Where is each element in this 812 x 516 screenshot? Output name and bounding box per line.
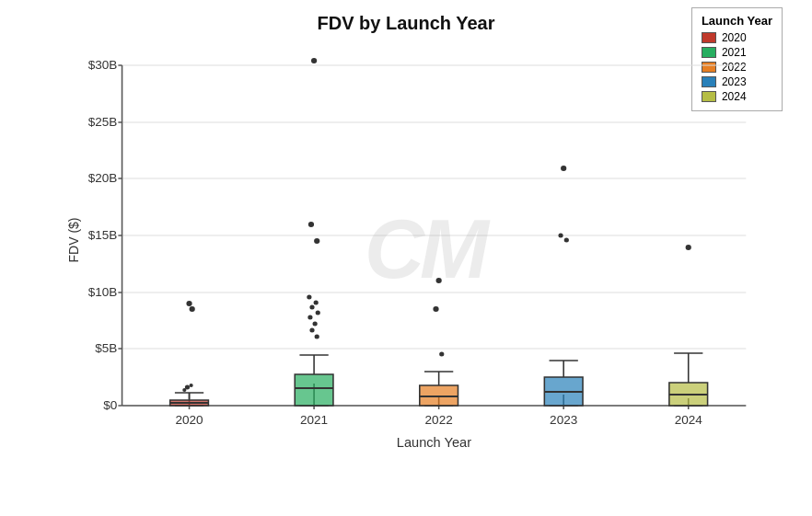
- svg-point-42: [190, 306, 195, 312]
- svg-point-60: [313, 322, 318, 327]
- svg-point-53: [308, 222, 314, 227]
- svg-text:$0: $0: [103, 398, 117, 412]
- svg-rect-50: [295, 374, 333, 406]
- svg-point-79: [558, 234, 563, 238]
- svg-point-52: [311, 58, 317, 63]
- svg-point-56: [314, 301, 319, 305]
- svg-point-54: [314, 238, 319, 244]
- chart-area: CM .grid-line { stroke: #ddd; stroke-wid…: [64, 47, 784, 452]
- legend-swatch-2020: [702, 32, 716, 43]
- svg-point-78: [561, 166, 566, 171]
- chart-title: FDV by Launch Year: [0, 0, 812, 38]
- svg-point-41: [186, 301, 191, 306]
- svg-text:2024: 2024: [675, 413, 702, 427]
- svg-point-45: [190, 384, 193, 387]
- svg-text:$5B: $5B: [95, 341, 117, 355]
- svg-text:2020: 2020: [175, 413, 203, 427]
- svg-text:$25B: $25B: [88, 115, 118, 129]
- svg-point-70: [433, 306, 438, 312]
- legend-item-2020: 2020: [702, 31, 772, 44]
- svg-point-44: [182, 388, 186, 392]
- svg-point-69: [436, 278, 442, 283]
- svg-text:2021: 2021: [300, 413, 328, 427]
- legend-label-2020: 2020: [722, 31, 747, 44]
- svg-text:$10B: $10B: [88, 285, 118, 299]
- svg-point-71: [439, 352, 444, 357]
- svg-point-80: [564, 238, 569, 243]
- svg-point-87: [686, 245, 691, 250]
- legend-title: Launch Year: [702, 14, 772, 28]
- svg-text:FDV ($): FDV ($): [65, 218, 80, 263]
- svg-text:$30B: $30B: [88, 58, 118, 72]
- svg-text:Launch Year: Launch Year: [397, 435, 471, 450]
- svg-text:$20B: $20B: [88, 171, 118, 185]
- chart-container: FDV by Launch Year Launch Year 2020 2021…: [0, 0, 812, 516]
- svg-text:2023: 2023: [550, 413, 577, 427]
- svg-point-61: [309, 328, 314, 333]
- chart-svg: .grid-line { stroke: #ddd; stroke-width:…: [64, 47, 784, 452]
- svg-point-57: [309, 305, 314, 310]
- svg-text:$15B: $15B: [88, 228, 118, 242]
- svg-point-58: [316, 311, 320, 315]
- svg-point-62: [315, 335, 319, 339]
- svg-text:2022: 2022: [425, 413, 453, 427]
- svg-point-55: [307, 295, 311, 300]
- svg-point-59: [307, 315, 312, 320]
